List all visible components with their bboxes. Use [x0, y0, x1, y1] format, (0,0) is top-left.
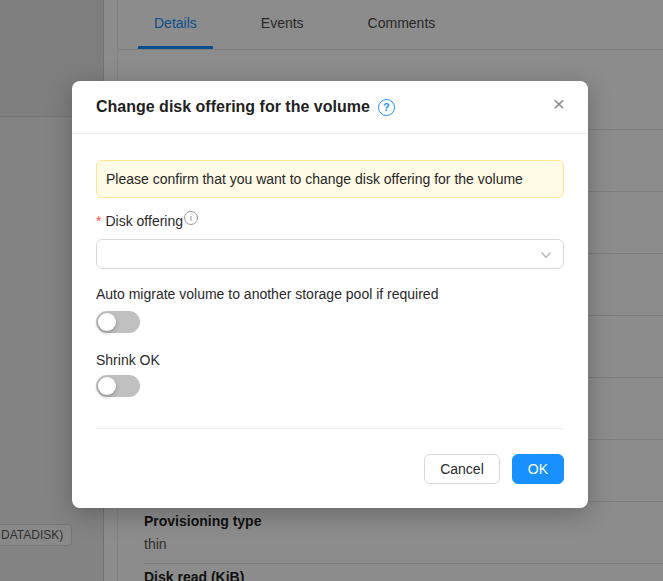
disk-offering-label: Disk offering: [105, 210, 183, 232]
required-asterisk: *: [96, 210, 101, 232]
ok-button[interactable]: OK: [512, 454, 564, 484]
shrink-ok-toggle[interactable]: [96, 375, 140, 397]
question-circle-icon[interactable]: ?: [378, 99, 395, 116]
change-disk-offering-modal: Change disk offering for the volume ? × …: [72, 81, 588, 508]
disk-offering-field-label: * Disk offering i: [96, 210, 564, 232]
toggle-knob: [98, 313, 116, 331]
shrink-ok-label: Shrink OK: [96, 349, 564, 371]
cancel-button[interactable]: Cancel: [424, 454, 500, 484]
close-icon[interactable]: ×: [546, 91, 572, 117]
disk-offering-select[interactable]: [96, 239, 564, 269]
auto-migrate-label: Auto migrate volume to another storage p…: [96, 283, 564, 305]
modal-title: Change disk offering for the volume: [96, 96, 370, 118]
modal-header: Change disk offering for the volume ? ×: [72, 81, 588, 134]
modal-body: Please confirm that you want to change d…: [72, 134, 588, 508]
info-circle-icon[interactable]: i: [184, 211, 198, 225]
modal-footer: Cancel OK: [96, 429, 564, 484]
chevron-down-icon: [540, 249, 552, 261]
confirm-warning-alert: Please confirm that you want to change d…: [96, 160, 564, 198]
auto-migrate-toggle[interactable]: [96, 311, 140, 333]
toggle-knob: [98, 377, 116, 395]
